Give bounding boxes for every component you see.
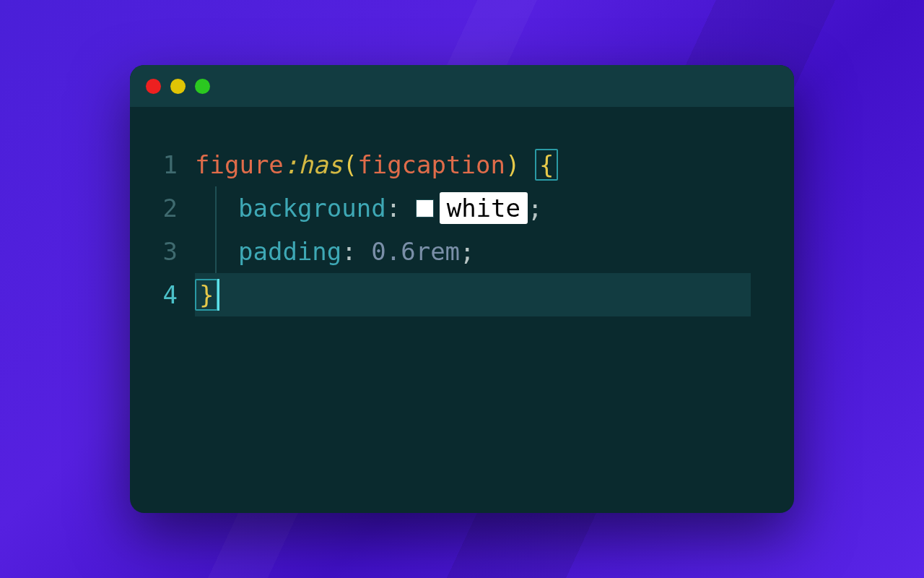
token-brace-open: { xyxy=(535,149,558,181)
color-value-chip[interactable]: white xyxy=(440,192,528,224)
token-semicolon: ; xyxy=(528,186,542,230)
color-swatch-icon xyxy=(416,199,434,217)
code-content[interactable]: figure:has(figcaption) { background: whi… xyxy=(195,143,794,513)
editor-window: 1 2 3 4 figure:has(figcaption) { backgro… xyxy=(130,65,794,513)
minimize-icon[interactable] xyxy=(170,79,186,94)
line-number-gutter: 1 2 3 4 xyxy=(130,143,195,513)
token-number: 0.6rem xyxy=(371,230,460,273)
token-paren: ( xyxy=(343,143,357,186)
token-colon: : xyxy=(386,186,416,230)
line-number: 3 xyxy=(130,230,178,273)
line-number: 2 xyxy=(130,186,178,230)
code-line[interactable]: background: white; xyxy=(195,186,794,230)
token-space xyxy=(520,143,534,186)
line-number-active: 4 xyxy=(130,273,178,316)
code-line-active[interactable]: } xyxy=(195,273,751,316)
token-paren: ) xyxy=(505,143,520,186)
titlebar xyxy=(130,65,794,107)
token-tag: figcaption xyxy=(357,143,505,186)
token-semicolon: ; xyxy=(460,230,474,273)
line-number: 1 xyxy=(130,143,178,186)
token-colon: : xyxy=(341,230,371,273)
text-cursor xyxy=(217,279,219,311)
token-brace-close: } xyxy=(195,279,218,311)
token-property: background xyxy=(238,186,386,230)
code-line[interactable]: padding: 0.6rem; xyxy=(195,230,794,273)
close-icon[interactable] xyxy=(146,79,161,94)
token-tag: figure xyxy=(195,143,284,186)
code-line[interactable]: figure:has(figcaption) { xyxy=(195,143,794,186)
code-area[interactable]: 1 2 3 4 figure:has(figcaption) { backgro… xyxy=(130,107,794,513)
maximize-icon[interactable] xyxy=(195,79,210,94)
token-pseudo: :has xyxy=(284,143,343,186)
token-property: padding xyxy=(238,230,341,273)
